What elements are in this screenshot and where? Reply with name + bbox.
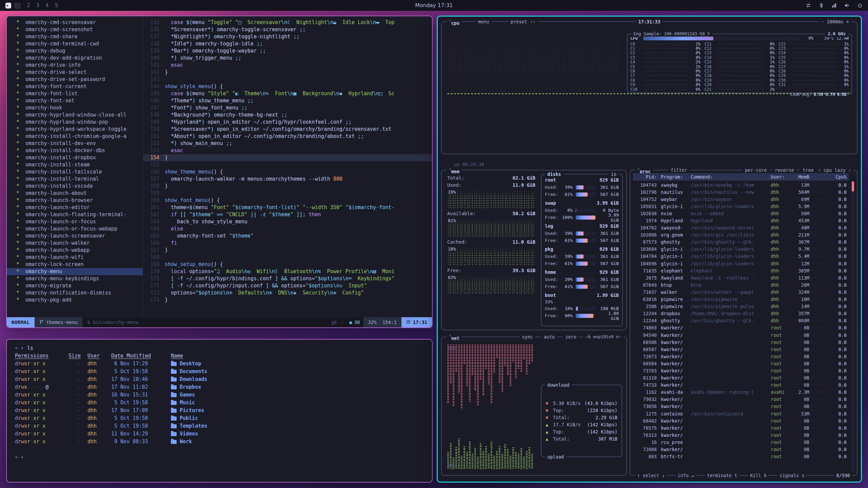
process-row[interactable]: 79032kworker/root0B0.0	[633, 396, 849, 403]
code-line[interactable]: 149 *Hyprland*) open_in_editor ~/.config…	[143, 119, 432, 126]
interval-increase-button[interactable]: +	[846, 19, 849, 24]
file-list-item[interactable]: *omarchy-menu-keybindings	[7, 275, 143, 282]
proc-action-button[interactable]: Kill k	[748, 472, 769, 479]
file-list-item[interactable]: *omarchy-font-current	[7, 83, 143, 90]
process-row[interactable]: 102796nautilus/usr/bin/nautilus --newdhh…	[633, 188, 849, 196]
process-row[interactable]: 2586pipewire/usr/bin/pipewire-pulsedhh14…	[633, 303, 849, 310]
workspace-button[interactable]: 3	[36, 2, 40, 8]
code-line[interactable]: 170 local options="♫ Audio\n◎ Wifi\nᛒ Bl…	[143, 268, 432, 275]
cpu-panel-title[interactable]: ¹cpu	[447, 18, 462, 26]
code-line[interactable]: 138 *Idle*) omarchy-toggle-idle ;;	[143, 40, 432, 47]
file-list-item[interactable]: *omarchy-install-dropbox	[7, 154, 143, 161]
file-list-item[interactable]: *omarchy-launch-about	[7, 190, 143, 197]
file-list-item[interactable]: *omarchy-launch-or-focus-webapp	[7, 225, 143, 232]
code-line[interactable]: 139 *Bar*) omarchy-toggle-waybar ;;	[143, 47, 432, 55]
network-panel-title[interactable]: ³net	[447, 333, 462, 342]
file-list-item[interactable]: *omarchy-install-vscode	[7, 183, 143, 190]
file-list-item[interactable]: *omarchy-notification-dismiss	[7, 289, 143, 297]
volume-icon[interactable]	[844, 3, 850, 8]
code-line[interactable]: 172 [ -f ~/.config/hypr/input.conf ] && …	[143, 282, 432, 289]
code-line[interactable]: 168	[143, 254, 432, 261]
code-line[interactable]: 167}	[143, 247, 432, 254]
file-list-item[interactable]: *omarchy-launch-browser	[7, 197, 143, 204]
process-row[interactable]: 68587kworker/root0B0.0	[633, 346, 849, 353]
code-line[interactable]: 163 back_to show_style_menu	[143, 218, 432, 225]
file-list-item[interactable]: *omarchy-install-docker-dbs	[7, 147, 143, 154]
code-line[interactable]: 165 omarchy-font-set "$theme"	[143, 232, 432, 240]
process-column-header[interactable]: User:	[771, 174, 790, 180]
workspace-app-icon-terminal[interactable]	[5, 3, 11, 8]
file-list-item[interactable]: *omarchy-install-steam	[7, 161, 143, 168]
process-row[interactable]: 104762swayosd-/usr/bin/swayosd-serverdhh…	[633, 224, 849, 231]
net-sync-toggle[interactable]: sync	[519, 333, 535, 340]
code-line[interactable]: 156show_theme_menu() {	[143, 168, 432, 176]
process-row[interactable]: 104752waybar/usr/bin/waybardhh69M0.0	[633, 196, 849, 203]
file-list-item[interactable]: *omarchy-font-set	[7, 97, 143, 104]
process-row[interactable]: 1974HyprlandHyprlanddhh453M0.0	[633, 217, 849, 224]
process-row[interactable]: 104743swaybg/usr/bin/swaybg -i /homdhh13…	[633, 181, 849, 188]
preset-button[interactable]: preset ‹›	[508, 18, 538, 25]
process-row[interactable]: 102638nvimnvim --embed .dhh56M0.0	[633, 210, 849, 217]
code-line[interactable]: 146 *Theme*) show_theme_menu ;;	[143, 97, 432, 104]
code-line[interactable]: 136 *Screensaver*) omarchy-toggle-screen…	[143, 26, 432, 33]
process-row[interactable]: 73703kworker/root0B0.0	[633, 367, 849, 374]
workspace-button[interactable]: 4	[45, 2, 49, 8]
process-column-header[interactable]: Program:	[657, 174, 691, 180]
io-toggle[interactable]: io	[609, 171, 619, 178]
process-row[interactable]: 16rcu_preeroot0B0.0	[633, 439, 849, 446]
code-line[interactable]: 142}	[143, 69, 432, 76]
code-line[interactable]: 152 *) show_main_menu ;;	[143, 140, 432, 147]
file-list-item[interactable]: *omarchy-hyprland-window-pop	[7, 119, 143, 126]
disk-entry[interactable]: swap3.99 GiBUsed:0%0 ByteFree:100%3.99 G…	[545, 200, 619, 221]
code-line[interactable]: 155	[143, 161, 432, 168]
code-line[interactable]: 135 case $(menu "Toggle" "□ Screensaver\…	[143, 19, 432, 26]
disk-entry[interactable]: home929 GiBUsed:39%361 GiBFree:61%567 Gi…	[545, 269, 619, 290]
process-row[interactable]: 87649btopbtopdhh26M0.0	[633, 281, 849, 288]
metrics-icon[interactable]	[831, 3, 837, 8]
file-list-item[interactable]: *omarchy-cmd-screensaver	[7, 19, 143, 26]
menu-button[interactable]: menu	[476, 18, 492, 25]
process-row[interactable]: 87573ghostty/usr/bin/ghostty --gtk-dhh36…	[633, 239, 849, 246]
file-list-item[interactable]: *omarchy-launch-or-focus	[7, 218, 143, 225]
file-list-item[interactable]: *omarchy-cmd-share	[7, 33, 143, 40]
process-row[interactable]: 68402kworker/root0B0.0	[633, 417, 849, 424]
process-row[interactable]: 102866org.gnom/usr/bin/gjs /usr/lib/odhh…	[633, 231, 849, 239]
code-line[interactable]: 162 if [[ "$theme" == "CNCLD" || -z "$th…	[143, 211, 432, 218]
scrollbar-thumb[interactable]	[852, 181, 854, 191]
process-row[interactable]: 72088kworker/root0B0.0	[633, 446, 849, 453]
proc-per-core-toggle[interactable]: per-core	[743, 167, 769, 174]
proc-reverse-toggle[interactable]: reverse	[772, 167, 796, 174]
disk-entry[interactable]: pkg929 GiBUsed:39%361 GiBFree:61%567 GiB	[545, 246, 619, 267]
process-row[interactable]: 1162avahi-daavahi-daemon: running [avahi…	[633, 389, 849, 396]
process-table-header[interactable]: Pid:Program:Command:User:MemBCpu%	[633, 173, 849, 181]
process-row[interactable]: 81310kworker/root0B0.0	[633, 374, 849, 382]
code-line[interactable]: 144show_style_menu() {	[143, 83, 432, 90]
code-line[interactable]: 154}	[143, 154, 432, 161]
file-list-item[interactable]: *omarchy-launch-webapp	[7, 247, 143, 254]
file-list-item[interactable]: *omarchy-install-terminal	[7, 176, 143, 183]
code-line[interactable]: 153 esac	[143, 147, 432, 154]
file-list-item[interactable]: *omarchy-launch-walker	[7, 240, 143, 247]
file-list-item[interactable]: *omarchy-hyprland-workspace-toggle	[7, 126, 143, 133]
process-column-header[interactable]: Command:	[691, 174, 771, 180]
process-row[interactable]: 63816pipewire/usr/bin/pipewiredhh16M0.0	[633, 296, 849, 303]
process-row[interactable]: 68584kworker/root0B0.0	[633, 360, 849, 367]
code-editor[interactable]: 135 case $(menu "Toggle" "□ Screensaver\…	[143, 16, 432, 317]
file-list-item[interactable]: *omarchy-migrate	[7, 282, 143, 289]
process-row[interactable]: 104696glycin-i/usr/lib/glycin-loadersdhh…	[633, 260, 849, 267]
code-line[interactable]: 169show_setup_menu() {	[143, 261, 432, 268]
file-list-item[interactable]: *omarchy-hook	[7, 104, 143, 111]
file-list-item[interactable]: *omarchy-launch-screensaver	[7, 232, 143, 240]
code-line[interactable]: 137 *Nightlight*) omarchy-toggle-nightli…	[143, 33, 432, 40]
file-list-item[interactable]: *omarchy-font-list	[7, 90, 143, 97]
file-list-item[interactable]: *omarchy-hyprland-window-close-all	[7, 111, 143, 119]
net-interface-selector[interactable]: ‹b enp191s0 n›	[583, 333, 624, 340]
code-line[interactable]: 160show_font_menu() {	[143, 197, 432, 204]
process-column-header[interactable]: Pid:	[635, 174, 657, 180]
file-list-item[interactable]: *omarchy-cmd-screenshot	[7, 26, 143, 33]
file-list-item[interactable]: *omarchy-cmd-terminal-cwd	[7, 40, 143, 47]
bluetooth-icon[interactable]	[818, 3, 824, 8]
file-list-item[interactable]: *omarchy-install-tailscale	[7, 168, 143, 176]
code-line[interactable]: 157 omarchy-launch-walker -m menus:omarc…	[143, 176, 432, 183]
prompt-line-2[interactable]: ~ ›	[15, 453, 432, 461]
